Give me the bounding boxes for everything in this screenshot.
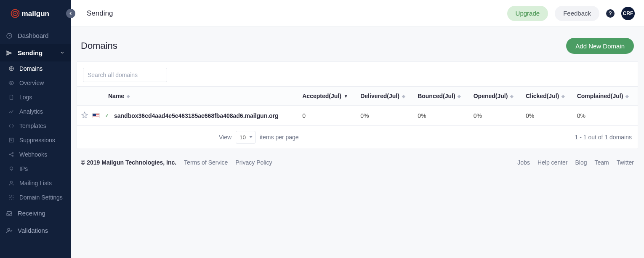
user-check-icon [6, 227, 13, 234]
inbox-icon [6, 210, 13, 217]
user-icon [8, 180, 14, 186]
svg-point-3 [18, 11, 19, 12]
cell-accepted: 0 [298, 106, 356, 126]
breadcrumb: Sending [87, 9, 113, 18]
brand-text: mailgun [21, 9, 49, 18]
sidebar-item-logs[interactable]: Logs [0, 90, 71, 104]
column-opened[interactable]: Opened(Jul) ◆ [469, 87, 522, 106]
eye-icon [8, 80, 14, 86]
sidebar-item-label: Templates [19, 122, 46, 129]
svg-point-9 [12, 152, 13, 153]
send-icon [6, 50, 13, 56]
sidebar-item-label: Domain Settings [19, 194, 63, 201]
footer-link-jobs[interactable]: Jobs [517, 159, 530, 166]
sidebar-item-label: Dashboard [18, 32, 48, 39]
svg-point-12 [11, 181, 13, 183]
sidebar-item-label: Logs [19, 94, 32, 101]
chart-icon [8, 109, 14, 114]
search-input[interactable] [83, 68, 167, 82]
column-clicked[interactable]: Clicked(Jul) ◆ [522, 87, 573, 106]
sidebar-item-suppressions[interactable]: Suppressions [0, 133, 71, 147]
footer-link-blog[interactable]: Blog [575, 159, 587, 166]
help-icon[interactable]: ? [606, 9, 615, 18]
svg-point-10 [12, 155, 13, 156]
sort-icon: ◆ [510, 94, 514, 98]
brand-logo[interactable]: mailgun [0, 0, 71, 27]
domains-card: Name ◆ Accepted(Jul) ▼ Delivered(Jul) ◆ … [77, 61, 638, 149]
share-icon [8, 152, 14, 157]
footer-link-team[interactable]: Team [595, 159, 609, 166]
footer: © 2019 Mailgun Technologies, Inc. Terms … [71, 149, 644, 176]
main: Sending Upgrade Feedback ? CRF Domains A… [71, 0, 644, 258]
column-complained[interactable]: Complained(Jul) ◆ [573, 87, 638, 106]
sort-icon: ◆ [402, 94, 405, 98]
svg-point-6 [11, 82, 12, 84]
pin-icon [8, 166, 14, 172]
footer-link-privacy[interactable]: Privacy Policy [235, 159, 272, 166]
footer-link-help[interactable]: Help center [538, 159, 568, 166]
sidebar-item-receiving[interactable]: Receiving [0, 205, 71, 222]
sidebar-item-dashboard[interactable]: Dashboard [0, 27, 71, 44]
cell-bounced: 0% [413, 106, 469, 126]
globe-icon [8, 66, 14, 72]
sidebar-item-label: Sending [18, 49, 43, 56]
footer-copyright: © 2019 Mailgun Technologies, Inc. [81, 159, 176, 166]
pager-items-label: items per page [260, 134, 299, 141]
sidebar-item-ips[interactable]: IPs [0, 162, 71, 176]
cell-clicked: 0% [522, 106, 573, 126]
sidebar-item-domain-settings[interactable]: Domain Settings [0, 190, 71, 205]
sidebar-item-label: Webhooks [19, 151, 47, 158]
sidebar-item-domains[interactable]: Domains [0, 61, 71, 76]
sidebar-item-sending[interactable]: Sending [0, 44, 71, 61]
topbar: Sending Upgrade Feedback ? CRF [71, 0, 644, 27]
chevron-down-icon [60, 49, 65, 56]
footer-link-twitter[interactable]: Twitter [617, 159, 634, 166]
svg-point-8 [9, 154, 10, 155]
domains-table: Name ◆ Accepted(Jul) ▼ Delivered(Jul) ◆ … [77, 86, 638, 126]
sidebar-item-label: Receiving [18, 210, 45, 217]
column-accepted[interactable]: Accepted(Jul) ▼ [298, 87, 356, 106]
collapse-sidebar-button[interactable] [66, 9, 75, 18]
sidebar-item-label: Domains [19, 65, 43, 72]
add-domain-button[interactable]: Add New Domain [566, 38, 634, 54]
sort-icon: ◆ [127, 94, 130, 98]
cell-complained: 0% [573, 106, 638, 126]
table-row: ✓ sandbox36cd4aad4e5c463185ac668fba408ad… [77, 106, 638, 126]
verified-icon: ✓ [104, 113, 110, 119]
sort-icon: ◆ [562, 94, 565, 98]
sidebar: mailgun Dashboard Sending Domains [0, 0, 71, 258]
sort-icon: ◆ [458, 94, 461, 98]
cell-opened: 0% [469, 106, 522, 126]
pager-view-label: View [219, 134, 232, 141]
page-title: Domains [81, 40, 117, 51]
upgrade-button[interactable]: Upgrade [507, 6, 548, 21]
column-bounced[interactable]: Bounced(Jul) ◆ [413, 87, 469, 106]
sidebar-item-label: Analytics [19, 108, 43, 115]
avatar[interactable]: CRF [621, 7, 635, 20]
footer-link-terms[interactable]: Terms of Service [184, 159, 228, 166]
pager-count: 1 - 1 out of 1 domains [575, 134, 632, 141]
sort-icon: ◆ [625, 94, 629, 98]
column-name[interactable]: Name ◆ [77, 87, 298, 106]
per-page-select[interactable]: 10 [236, 131, 255, 144]
sidebar-item-label: Suppressions [19, 137, 55, 144]
sidebar-item-label: Overview [19, 80, 44, 86]
file-icon [8, 94, 14, 100]
star-icon[interactable] [81, 112, 88, 120]
feedback-button[interactable]: Feedback [555, 6, 599, 21]
sidebar-item-webhooks[interactable]: Webhooks [0, 147, 71, 162]
domain-link[interactable]: sandbox36cd4aad4e5c463185ac668fba408ad6.… [114, 112, 279, 119]
sidebar-item-overview[interactable]: Overview [0, 76, 71, 90]
sidebar-item-templates[interactable]: Templates [0, 119, 71, 133]
sidebar-item-label: IPs [19, 165, 28, 172]
sidebar-item-validations[interactable]: Validations [0, 222, 71, 239]
sidebar-item-mailing-lists[interactable]: Mailing Lists [0, 176, 71, 190]
svg-point-11 [10, 167, 13, 170]
svg-point-13 [11, 197, 12, 198]
svg-point-14 [8, 228, 10, 230]
page-header: Domains Add New Domain [71, 27, 644, 61]
sidebar-item-analytics[interactable]: Analytics [0, 104, 71, 119]
column-delivered[interactable]: Delivered(Jul) ◆ [356, 87, 413, 106]
gauge-icon [6, 32, 13, 39]
us-flag-icon [92, 113, 100, 118]
